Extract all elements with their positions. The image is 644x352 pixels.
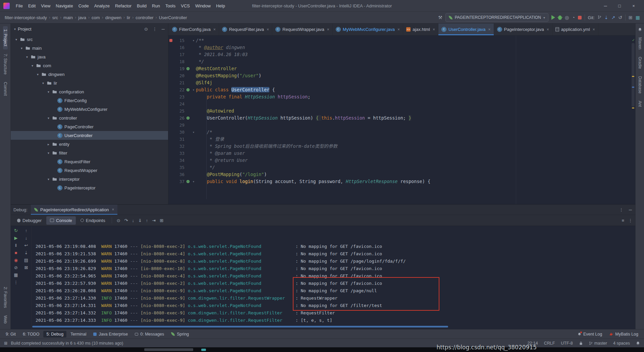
- tree-item-configuration[interactable]: ▾configuration: [11, 87, 168, 96]
- fold-marker[interactable]: ▾: [191, 37, 196, 44]
- inspections-ok-icon[interactable]: ✓: [632, 37, 635, 44]
- menu-view[interactable]: View: [38, 3, 53, 8]
- tree-item-entity[interactable]: ▸entity: [11, 140, 168, 148]
- menu-help[interactable]: Help: [213, 3, 228, 8]
- tree-item-filter[interactable]: ▾filter: [11, 148, 168, 157]
- stop-button[interactable]: [578, 16, 582, 19]
- tree-item-interceptor[interactable]: ▾interceptor: [11, 175, 168, 183]
- tab-mywebmvcconfigurer-java[interactable]: CMyWebMvcConfigurer.java×: [333, 24, 403, 35]
- status-bell-icon[interactable]: [636, 341, 640, 345]
- close-button[interactable]: ×: [627, 3, 641, 8]
- stop-icon[interactable]: ■: [15, 251, 17, 255]
- toolwindow-button-0-messages[interactable]: 0: Messages: [132, 331, 167, 338]
- menu-refactor[interactable]: Refactor: [112, 3, 134, 8]
- tab-filterconfig-java[interactable]: CFilterConfig.java×: [169, 24, 219, 35]
- tree-item-pagecontroller[interactable]: CPageController: [11, 122, 168, 131]
- tree-item-usercontroller[interactable]: CUserController: [11, 131, 168, 140]
- fold-marker[interactable]: ▾: [191, 178, 196, 185]
- run-button[interactable]: [551, 15, 555, 20]
- menu-navigate[interactable]: Navigate: [53, 3, 75, 8]
- tree-chevron-icon[interactable]: ▾: [19, 46, 24, 50]
- debug-button[interactable]: [558, 15, 562, 20]
- history-icon[interactable]: ↺: [618, 15, 622, 20]
- menu-window[interactable]: Window: [193, 3, 213, 8]
- debug-tab-debugger[interactable]: Debugger: [13, 216, 45, 225]
- console-horizontal-scrollbar[interactable]: [32, 326, 448, 327]
- tree-item-mywebmvcconfigurer[interactable]: CMyWebMvcConfigurer: [11, 105, 168, 114]
- tool-stripe-2-favorites[interactable]: 2: Favorites: [3, 284, 8, 311]
- tool-stripe-web[interactable]: Web: [3, 312, 8, 326]
- info-mark[interactable]: [632, 87, 634, 88]
- build-hammer-icon[interactable]: ⚒: [438, 15, 442, 20]
- step-into-icon[interactable]: ↓: [130, 218, 136, 223]
- tool-stripe-gradle[interactable]: Gradle: [638, 54, 642, 72]
- close-icon[interactable]: ×: [213, 27, 216, 32]
- close-icon[interactable]: ×: [592, 27, 595, 32]
- tree-item-requestfilter[interactable]: CRequestFilter: [11, 157, 168, 166]
- close-icon[interactable]: ×: [546, 27, 549, 32]
- toolwindow-button-6-todo[interactable]: 6: TODO: [20, 331, 43, 338]
- pause-icon[interactable]: ‖: [15, 243, 17, 248]
- services-icon[interactable]: ▦: [636, 15, 640, 20]
- spring-bean-gutter-icon[interactable]: [186, 88, 190, 91]
- tree-item-lir[interactable]: ▾lir: [11, 79, 168, 87]
- menu-build[interactable]: Build: [134, 3, 149, 8]
- spring-bean-gutter-icon[interactable]: [186, 180, 190, 183]
- options-icon[interactable]: ⋮: [619, 207, 624, 212]
- warning-mark[interactable]: [632, 76, 634, 77]
- menu-tools[interactable]: Tools: [163, 3, 178, 8]
- project-panel-header[interactable]: ▾ Project ⊙⋮─: [11, 24, 168, 34]
- close-icon[interactable]: ×: [488, 27, 491, 32]
- tree-item-pageinterceptor[interactable]: CPageInterceptor: [11, 183, 168, 192]
- step-over-icon[interactable]: ↷: [122, 218, 130, 223]
- git-branch-icon[interactable]: [598, 15, 601, 20]
- tool-stripe-ant[interactable]: Ant: [638, 98, 642, 110]
- bookmark-icon[interactable]: [169, 39, 172, 42]
- breadcrumb-filter-interceptor-study[interactable]: filter-interceptor-study: [4, 15, 48, 20]
- breadcrumb-usercontroller[interactable]: UserController: [158, 15, 188, 20]
- toolwindow-button-spring[interactable]: Spring: [168, 331, 192, 338]
- tree-chevron-icon[interactable]: ▸: [46, 142, 51, 146]
- status-item-4-spaces[interactable]: 4 spaces: [613, 341, 630, 346]
- evaluate-expression-icon[interactable]: ⊞: [158, 218, 165, 223]
- tab-pageinterceptor-java[interactable]: CPageInterceptor.java×: [494, 24, 552, 35]
- tab-usercontroller-java[interactable]: CUserController.java×: [438, 24, 494, 35]
- tool-stripe-1-project[interactable]: 1: Project: [3, 26, 8, 49]
- minimize-button[interactable]: ─: [598, 3, 612, 8]
- tree-item-com[interactable]: ▾com: [11, 61, 168, 70]
- close-icon[interactable]: ×: [266, 27, 269, 32]
- restore-layout-icon[interactable]: ▦: [14, 273, 18, 277]
- tree-chevron-icon[interactable]: ▾: [24, 55, 30, 59]
- tool-stripe-7-structure[interactable]: 7: Structure: [3, 51, 8, 78]
- profiler-icon[interactable]: ◔: [572, 15, 575, 20]
- tree-item-controller[interactable]: ▾controller: [11, 114, 168, 122]
- notifications-bell-icon[interactable]: [638, 26, 642, 33]
- tree-item-main[interactable]: ▾main: [11, 44, 168, 52]
- tree-chevron-icon[interactable]: ▾: [30, 64, 35, 68]
- breadcrumb-java[interactable]: java: [77, 15, 87, 20]
- toolwindow-button-terminal[interactable]: Terminal: [67, 331, 89, 338]
- menu-run[interactable]: Run: [149, 3, 163, 8]
- breadcrumb-src[interactable]: src: [52, 15, 59, 20]
- run-with-coverage-icon[interactable]: ◎: [565, 15, 569, 20]
- more-icon[interactable]: ⋮: [628, 218, 633, 223]
- toolwindow-button-5-debug[interactable]: 5: Debug: [43, 331, 66, 338]
- toolwindow-button-event-log[interactable]: Event Log: [575, 331, 605, 338]
- locate-file-icon[interactable]: ⊙: [144, 27, 148, 32]
- debug-tab-endpoints[interactable]: Endpoints: [77, 216, 109, 225]
- tree-chevron-icon[interactable]: ▾: [46, 177, 51, 181]
- status-item-master[interactable]: master: [589, 341, 607, 346]
- close-icon[interactable]: ×: [432, 27, 435, 32]
- breadcrumb-lir[interactable]: lir: [126, 15, 131, 20]
- print-icon[interactable]: ▤: [24, 258, 28, 262]
- breadcrumb-main[interactable]: main: [63, 15, 73, 20]
- options-icon[interactable]: ⋮: [153, 27, 157, 32]
- toolwindow-switcher-icon[interactable]: ⊞: [4, 341, 7, 346]
- breadcrumb-com[interactable]: com: [91, 15, 101, 20]
- maximize-button[interactable]: □: [612, 3, 627, 8]
- resume-icon[interactable]: ▶: [14, 236, 18, 240]
- tree-item-src[interactable]: ▾src: [11, 35, 168, 44]
- layout-grid-icon[interactable]: ⊞: [629, 15, 633, 20]
- menu-edit[interactable]: Edit: [25, 3, 38, 8]
- menu-analyze[interactable]: Analyze: [92, 3, 112, 8]
